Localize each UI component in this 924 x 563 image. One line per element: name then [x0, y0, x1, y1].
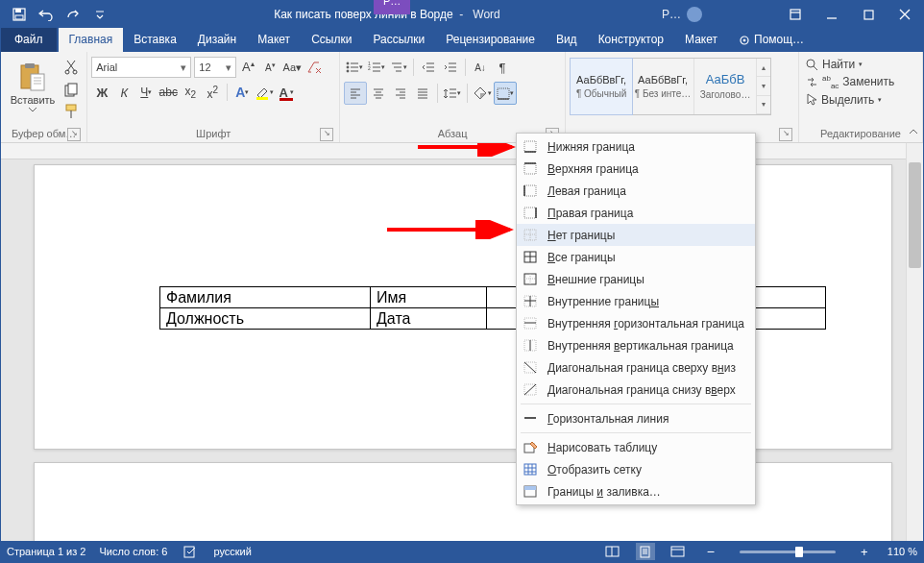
text-effects-icon[interactable]: A▾ [231, 82, 253, 103]
select-button[interactable]: Выделить▾ [803, 92, 885, 108]
style-normal[interactable]: АаБбВвГг,¶ Обычный [570, 58, 633, 115]
zoom-level[interactable]: 110 % [888, 546, 917, 557]
undo-icon[interactable] [34, 3, 59, 26]
tab-references[interactable]: Ссылки [301, 28, 362, 52]
bullets-icon[interactable]: ▾ [344, 57, 365, 78]
vertical-scrollbar[interactable] [906, 143, 923, 541]
zoom-slider-thumb[interactable] [795, 547, 803, 557]
underline-icon[interactable]: Ч▾ [135, 82, 157, 103]
mi-border-top[interactable]: Верхняя граница [517, 158, 755, 180]
superscript-icon[interactable]: x2 [202, 82, 223, 103]
align-center-icon[interactable] [368, 83, 389, 104]
style-heading1[interactable]: АаБбВЗаголово… [694, 59, 757, 114]
italic-icon[interactable]: К [113, 82, 134, 103]
style-no-spacing[interactable]: АаБбВвГг,¶ Без инте… [632, 59, 694, 114]
tab-view[interactable]: Вид [546, 28, 588, 52]
mi-border-bottom[interactable]: Нижняя граница [517, 135, 755, 158]
chevron-down-icon[interactable]: ▾ [177, 61, 186, 74]
redo-icon[interactable] [61, 3, 85, 26]
tab-design[interactable]: Дизайн [187, 28, 247, 52]
expand-icon[interactable]: ▾ [757, 96, 770, 114]
spellcheck-icon[interactable] [181, 543, 200, 560]
tab-review[interactable]: Рецензирование [435, 28, 546, 52]
chevron-down-icon[interactable]: ▾ [757, 77, 770, 95]
view-print-icon[interactable] [636, 543, 655, 560]
status-language[interactable]: русский [213, 546, 251, 557]
show-marks-icon[interactable]: ¶ [492, 57, 513, 78]
mi-border-diag-down[interactable]: Диагональная граница сверху вниз [517, 356, 755, 379]
dialog-launcher-icon[interactable]: ↘ [67, 128, 81, 141]
mi-borders-shading[interactable]: Границы и заливка… [517, 480, 755, 502]
font-color-icon[interactable]: A▾ [276, 82, 297, 103]
mi-border-left[interactable]: Левая граница [517, 180, 755, 202]
line-spacing-icon[interactable]: ▾ [442, 83, 463, 104]
zoom-out-icon[interactable]: − [701, 543, 720, 560]
dialog-launcher-icon[interactable]: ↘ [779, 128, 792, 141]
chevron-down-icon[interactable]: ▾ [222, 61, 231, 74]
mi-horizontal-line[interactable]: Горизонтальная линия [517, 407, 755, 429]
maximize-icon[interactable] [850, 1, 887, 28]
bold-icon[interactable]: Ж [91, 82, 112, 103]
shading-icon[interactable]: ▾ [472, 83, 493, 104]
shrink-font-icon[interactable]: A▾ [259, 57, 280, 78]
mi-draw-table[interactable]: Нарисовать таблицу [517, 436, 755, 458]
clear-format-icon[interactable] [304, 57, 325, 78]
qat-customize-icon[interactable] [87, 3, 112, 26]
view-read-icon[interactable] [603, 543, 622, 560]
grow-font-icon[interactable]: A▴ [237, 57, 258, 78]
page-1[interactable]: Фамилия Имя Должность Дата [34, 164, 892, 450]
minimize-icon[interactable] [814, 1, 850, 28]
table-cell[interactable]: Фамилия [160, 287, 371, 308]
copy-icon[interactable] [61, 79, 82, 100]
mi-border-right[interactable]: Правая граница [517, 202, 755, 224]
zoom-in-icon[interactable]: + [855, 543, 874, 560]
justify-icon[interactable] [412, 83, 433, 104]
borders-button[interactable]: ▾ [494, 82, 517, 105]
mi-border-diag-up[interactable]: Диагональная граница снизу вверх [517, 379, 755, 401]
tab-layout[interactable]: Макет [247, 28, 301, 52]
save-icon[interactable] [7, 3, 32, 26]
highlight-icon[interactable]: ▾ [254, 82, 275, 103]
mi-border-all[interactable]: Все границы [517, 246, 755, 268]
strike-icon[interactable]: abc [158, 82, 179, 103]
tab-table-design[interactable]: Конструктор [588, 28, 674, 52]
tab-insert[interactable]: Вставка [123, 28, 187, 52]
numbering-icon[interactable]: 12▾ [366, 57, 387, 78]
paste-button[interactable]: Вставить [5, 55, 61, 118]
font-name-combo[interactable]: Arial▾ [91, 57, 191, 78]
dialog-launcher-icon[interactable]: ↘ [320, 128, 333, 141]
cut-icon[interactable] [61, 57, 82, 78]
table-cell[interactable]: Должность [160, 308, 371, 330]
mi-border-outside[interactable]: Внешние границы [517, 268, 755, 290]
zoom-slider[interactable] [740, 551, 836, 553]
account-area[interactable]: Р… [662, 7, 777, 22]
ribbon-options-icon[interactable] [777, 1, 814, 28]
tab-file[interactable]: Файл [1, 28, 57, 52]
mi-border-inside[interactable]: Внутренние границы [517, 290, 755, 312]
font-size-combo[interactable]: 12▾ [194, 57, 236, 78]
tab-table-layout[interactable]: Макет [674, 28, 728, 52]
styles-more[interactable]: ▴▾▾ [757, 59, 770, 114]
outdent-icon[interactable] [418, 57, 439, 78]
format-painter-icon[interactable] [61, 101, 82, 122]
multilevel-icon[interactable]: ▾ [388, 57, 409, 78]
close-icon[interactable] [887, 1, 923, 28]
collapse-ribbon-icon[interactable] [908, 127, 919, 138]
mi-border-inside-h[interactable]: Внутренняя горизонтальная граница [517, 312, 755, 334]
change-case-icon[interactable]: Aa▾ [281, 57, 303, 78]
mi-view-gridlines[interactable]: Отобразить сетку [517, 458, 755, 480]
table-cell[interactable]: Имя [371, 287, 487, 308]
mi-border-inside-v[interactable]: Внутренняя вертикальная граница [517, 334, 755, 356]
mi-border-none[interactable]: Нет границы [517, 224, 755, 246]
scrollbar-thumb[interactable] [909, 162, 921, 268]
indent-icon[interactable] [440, 57, 461, 78]
chevron-up-icon[interactable]: ▴ [757, 59, 770, 77]
tab-home[interactable]: Главная [59, 28, 124, 52]
status-page[interactable]: Страница 1 из 2 [7, 546, 85, 557]
styles-gallery[interactable]: АаБбВвГг,¶ Обычный АаБбВвГг,¶ Без инте… … [570, 58, 771, 115]
replace-button[interactable]: abacЗаменить [803, 73, 897, 91]
horizontal-ruler[interactable] [1, 143, 923, 159]
view-web-icon[interactable] [669, 543, 688, 560]
tab-mailings[interactable]: Рассылки [362, 28, 435, 52]
subscript-icon[interactable]: x2 [180, 82, 201, 103]
